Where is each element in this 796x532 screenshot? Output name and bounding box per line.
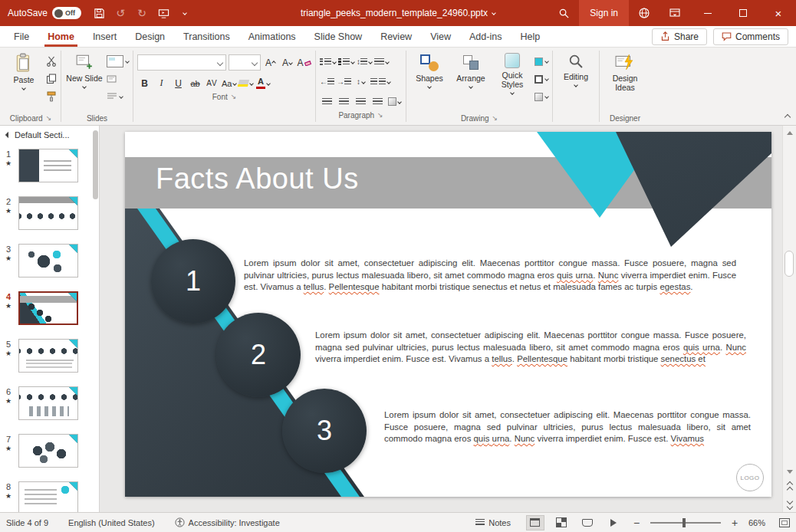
- new-slide-button[interactable]: New Slide: [65, 49, 104, 112]
- slide-thumbnail-row-3[interactable]: 3★: [2, 244, 96, 277]
- slide-thumbnail-row-6[interactable]: 6★: [2, 386, 96, 420]
- slide-thumbnail[interactable]: [18, 196, 78, 230]
- tab-home[interactable]: Home: [38, 26, 84, 47]
- quick-styles-button[interactable]: Quick Styles: [493, 49, 531, 112]
- text-direction-button[interactable]: ↕: [354, 74, 368, 89]
- slide-thumbnail[interactable]: [18, 481, 78, 512]
- numbered-circle-1[interactable]: 1: [151, 239, 235, 323]
- collapse-ribbon-icon[interactable]: [785, 111, 790, 122]
- save-icon[interactable]: [92, 6, 106, 20]
- fit-slide-to-window-button[interactable]: [779, 518, 790, 527]
- comments-button[interactable]: Comments: [713, 28, 788, 45]
- design-ideas-button[interactable]: Design Ideas: [604, 49, 646, 112]
- convert-to-smartart-button[interactable]: [387, 94, 402, 109]
- cut-icon[interactable]: [46, 55, 57, 67]
- logo-placeholder[interactable]: LOGO: [736, 464, 764, 491]
- notes-button[interactable]: Notes: [475, 518, 511, 527]
- format-painter-icon[interactable]: [46, 90, 57, 103]
- slideshow-view-button[interactable]: [604, 515, 623, 530]
- font-size-combobox[interactable]: [229, 54, 261, 71]
- zoom-in-button[interactable]: +: [729, 517, 741, 529]
- section-header[interactable]: Default Secti...: [0, 126, 99, 143]
- character-spacing-button[interactable]: AV: [205, 76, 219, 90]
- body-text-1[interactable]: Lorem ipsum dolor sit amet, consectetuer…: [244, 258, 736, 294]
- globe-icon[interactable]: [629, 0, 659, 26]
- editing-button[interactable]: Editing: [557, 49, 595, 112]
- reset-slide-icon[interactable]: [107, 73, 129, 85]
- drawing-dialog-launcher-icon[interactable]: ↘: [492, 115, 498, 122]
- align-options-button[interactable]: [374, 54, 389, 69]
- zoom-percentage[interactable]: 66%: [748, 518, 765, 527]
- slide-thumbnail-row-4[interactable]: 4★: [2, 291, 96, 325]
- slide-thumbnail[interactable]: [18, 434, 78, 468]
- redo-icon[interactable]: ↻: [135, 6, 149, 20]
- font-name-combobox[interactable]: [137, 54, 226, 71]
- autosave-switch[interactable]: Off: [52, 7, 81, 19]
- language-indicator[interactable]: English (United States): [68, 518, 155, 527]
- body-text-2[interactable]: Lorem ipsum dolor sit amet, consectetuer…: [315, 330, 746, 366]
- slide-thumbnail-row-5[interactable]: 5★: [2, 339, 96, 373]
- font-dialog-launcher-icon[interactable]: ↘: [231, 94, 237, 100]
- align-right-button[interactable]: [354, 94, 368, 109]
- tab-file[interactable]: File: [5, 26, 38, 47]
- tab-design[interactable]: Design: [126, 26, 174, 47]
- slide-layout-icon[interactable]: [107, 55, 129, 67]
- slide-thumbnail[interactable]: [18, 149, 78, 182]
- slide-thumbnail-row-2[interactable]: 2★: [2, 196, 96, 230]
- zoom-slider-thumb[interactable]: [683, 518, 686, 527]
- shape-outline-icon[interactable]: [535, 73, 548, 85]
- slide-indicator[interactable]: Slide 4 of 9: [6, 518, 48, 527]
- customize-qat-chevron-icon[interactable]: [178, 6, 192, 20]
- decrease-indent-button[interactable]: ←: [320, 74, 334, 89]
- document-title[interactable]: triangle_peeks_modern_template_24960.ppt…: [301, 8, 488, 18]
- slide-title[interactable]: Facts About Us: [156, 163, 359, 195]
- shape-fill-icon[interactable]: [535, 55, 548, 67]
- shapes-button[interactable]: Shapes: [410, 49, 449, 112]
- bullets-button[interactable]: [320, 54, 336, 69]
- body-text-3[interactable]: Lorem ipsum dolor sit amet, consectetuer…: [384, 409, 751, 445]
- slide-thumbnail-row-8[interactable]: 8★: [2, 481, 96, 512]
- increase-font-size-button[interactable]: A: [263, 55, 278, 70]
- slide-thumbnail[interactable]: [18, 291, 78, 325]
- autosave-toggle[interactable]: AutoSave Off: [8, 7, 81, 19]
- font-color-button[interactable]: A: [255, 76, 270, 90]
- bold-button[interactable]: B: [137, 76, 152, 90]
- share-button[interactable]: Share: [652, 28, 707, 45]
- increase-indent-button[interactable]: →: [337, 74, 351, 89]
- panel-scrollbar-thumb[interactable]: [93, 130, 98, 199]
- next-slide-button[interactable]: [783, 495, 796, 512]
- slide-thumbnail[interactable]: [18, 244, 78, 277]
- decrease-font-size-button[interactable]: A: [280, 55, 294, 70]
- numbered-circle-2[interactable]: 2: [216, 313, 301, 397]
- italic-button[interactable]: I: [154, 76, 169, 90]
- scroll-up-icon[interactable]: [783, 126, 796, 140]
- scrollbar-track[interactable]: [783, 140, 796, 465]
- tab-slide-show[interactable]: Slide Show: [305, 26, 372, 47]
- start-slideshow-icon[interactable]: [156, 6, 170, 20]
- columns-button[interactable]: [370, 74, 390, 89]
- change-case-button[interactable]: Aa: [222, 76, 236, 90]
- search-icon[interactable]: [548, 0, 579, 26]
- normal-view-button[interactable]: [526, 515, 544, 530]
- sign-in-button[interactable]: Sign in: [579, 0, 629, 26]
- numbered-circle-3[interactable]: 3: [282, 389, 367, 473]
- accessibility-status[interactable]: Accessibility: Investigate: [175, 517, 280, 527]
- undo-icon[interactable]: ↺: [113, 6, 127, 20]
- zoom-slider[interactable]: [650, 522, 721, 524]
- slide-sorter-view-button[interactable]: [552, 515, 571, 530]
- slide[interactable]: Facts About Us 1Lorem ipsum dolor sit am…: [125, 132, 771, 497]
- slide-thumbnail-row-7[interactable]: 7★: [2, 434, 96, 468]
- title-dropdown-chevron-icon[interactable]: [492, 11, 496, 15]
- underline-button[interactable]: U: [171, 76, 186, 90]
- slide-thumbnail[interactable]: [18, 386, 78, 420]
- tab-animations[interactable]: Animations: [239, 26, 305, 47]
- tab-view[interactable]: View: [421, 26, 460, 47]
- reading-view-button[interactable]: [578, 515, 597, 530]
- align-left-button[interactable]: [320, 94, 334, 109]
- tab-insert[interactable]: Insert: [84, 26, 126, 47]
- tab-help[interactable]: Help: [511, 26, 549, 47]
- justify-button[interactable]: [370, 94, 385, 109]
- clipboard-dialog-launcher-icon[interactable]: ↘: [46, 115, 52, 122]
- tab-review[interactable]: Review: [371, 26, 421, 47]
- tab-add-ins[interactable]: Add-ins: [460, 26, 511, 47]
